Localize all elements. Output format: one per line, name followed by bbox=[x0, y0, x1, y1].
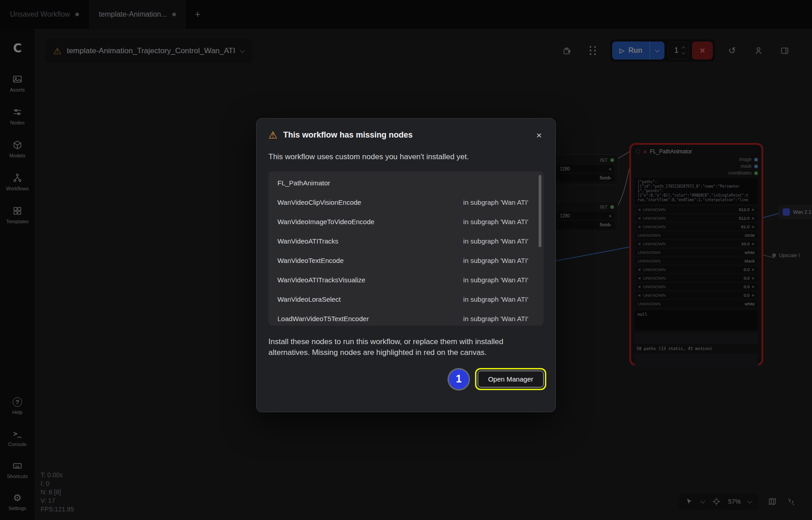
missing-node-name: WanVideoClipVisionEncode bbox=[277, 198, 463, 206]
annotation-badge-1: 1 bbox=[449, 369, 469, 389]
missing-node-row: WanVideoClipVisionEncode in subgraph 'Wa… bbox=[268, 193, 544, 212]
missing-nodes-list[interactable]: FL_PathAnimator WanVideoClipVisionEncode… bbox=[268, 171, 544, 326]
missing-node-row: WanVideoTextEncode in subgraph 'Wan ATI' bbox=[268, 251, 544, 270]
missing-node-location: in subgraph 'Wan ATI' bbox=[463, 295, 528, 303]
missing-node-row: LoadWanVideoT5TextEncoder in subgraph 'W… bbox=[268, 309, 544, 326]
warning-icon: ⚠ bbox=[268, 130, 277, 140]
missing-node-name: WanVideoLoraSelect bbox=[277, 295, 463, 303]
missing-node-name: WanVideoATITracks bbox=[277, 237, 463, 245]
missing-node-name: FL_PathAnimator bbox=[277, 179, 528, 187]
missing-node-row: WanVideoLoraSelect in subgraph 'Wan ATI' bbox=[268, 290, 544, 309]
missing-node-row: WanVideoATITracksVisualize in subgraph '… bbox=[268, 270, 544, 290]
missing-node-name: LoadWanVideoT5TextEncoder bbox=[277, 315, 463, 322]
dialog-description: This workflow uses custom nodes you have… bbox=[268, 152, 544, 161]
missing-node-location: in subgraph 'Wan ATI' bbox=[463, 315, 528, 322]
missing-node-location: in subgraph 'Wan ATI' bbox=[463, 276, 528, 284]
missing-node-row: FL_PathAnimator bbox=[268, 173, 544, 193]
missing-node-name: WanVideoATITracksVisualize bbox=[277, 276, 463, 284]
list-scrollbar[interactable] bbox=[539, 175, 541, 247]
missing-node-location: in subgraph 'Wan ATI' bbox=[463, 198, 528, 206]
missing-node-location: in subgraph 'Wan ATI' bbox=[463, 257, 528, 264]
dialog-footer-text: Install these nodes to run this workflow… bbox=[268, 336, 544, 358]
close-dialog-button[interactable]: × bbox=[535, 129, 544, 141]
missing-nodes-dialog: ⚠ This workflow has missing nodes × This… bbox=[256, 118, 556, 412]
missing-node-location: in subgraph 'Wan ATI' bbox=[463, 218, 528, 225]
missing-node-location: in subgraph 'Wan ATI' bbox=[463, 237, 528, 245]
open-manager-button[interactable]: Open Manager bbox=[478, 371, 544, 387]
missing-node-row: WanVideoImageToVideoEncode in subgraph '… bbox=[268, 212, 544, 231]
missing-node-row: WanVideoATITracks in subgraph 'Wan ATI' bbox=[268, 231, 544, 251]
missing-node-name: WanVideoImageToVideoEncode bbox=[277, 218, 463, 225]
missing-node-name: WanVideoTextEncode bbox=[277, 257, 463, 264]
dialog-title: This workflow has missing nodes bbox=[283, 130, 529, 140]
